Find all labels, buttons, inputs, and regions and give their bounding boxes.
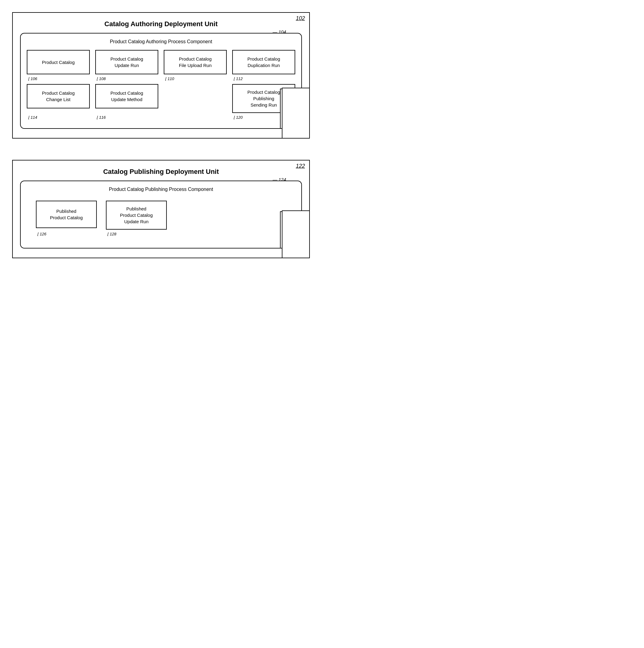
row2-item-1: Product CatalogUpdate Method ⌊ 116 [95,84,158,113]
product-catalog-change-list-box: Product CatalogChange List [27,84,90,108]
ref-114: ⌊ 114 [28,115,37,120]
row1-item-1: Product CatalogUpdate Run ⌊ 108 [95,50,158,74]
authoring-inner-box: Product Catalog Authoring Process Compon… [20,33,302,129]
product-catalog-update-run-box: Product CatalogUpdate Run [95,50,158,74]
authoring-outer-box: Catalog Authoring Deployment Unit 102 — … [12,12,310,139]
pub-item-1: PublishedProduct CatalogUpdate Run ⌊ 128 [106,201,167,230]
authoring-row2: Product CatalogChange List ⌊ 114 Product… [27,84,295,113]
publishing-outer-title: Catalog Publishing Deployment Unit [20,168,302,176]
ref-110: ⌊ 110 [165,76,174,81]
row2-item-2-empty [164,84,227,113]
ref-128: ⌊ 128 [107,232,116,236]
ref-112: ⌊ 112 [233,76,243,81]
authoring-row1: Product Catalog ⌊ 106 Product CatalogUpd… [27,50,295,74]
row1-item-2: Product CatalogFile Upload Run ⌊ 110 [164,50,227,74]
publishing-inner-title: Product Catalog Publishing Process Compo… [27,187,295,192]
ref-108: ⌊ 108 [97,76,106,81]
authoring-outer-title: Catalog Authoring Deployment Unit [20,20,302,28]
pub-outer-corner-clip [282,210,309,258]
publishing-outer-box: Catalog Publishing Deployment Unit 122 —… [12,160,310,258]
row2-item-0: Product CatalogChange List ⌊ 114 [27,84,90,113]
published-product-catalog-box: PublishedProduct Catalog [36,201,97,228]
ref-122: 122 [296,163,305,169]
outer-corner-clip [282,88,309,138]
ref-126: ⌊ 126 [37,232,46,236]
ref-102: 102 [296,15,305,21]
product-catalog-duplication-box: Product CatalogDuplication Run [232,50,295,74]
publishing-inner-box: Product Catalog Publishing Process Compo… [20,180,302,249]
product-catalog-update-method-box: Product CatalogUpdate Method [95,84,158,108]
product-catalog-box: Product Catalog [27,50,90,74]
pub-item-0: PublishedProduct Catalog ⌊ 126 [36,201,97,230]
ref-116: ⌊ 116 [97,115,106,120]
publishing-items-row: PublishedProduct Catalog ⌊ 126 Published… [27,198,295,236]
ref-106: ⌊ 106 [28,76,37,81]
ref-120: ⌊ 120 [233,115,243,120]
row1-item-0: Product Catalog ⌊ 106 [27,50,90,74]
published-product-catalog-update-run-box: PublishedProduct CatalogUpdate Run [106,201,167,230]
row1-item-3: Product CatalogDuplication Run ⌊ 112 [232,50,295,74]
authoring-inner-title: Product Catalog Authoring Process Compon… [27,39,295,45]
product-catalog-file-upload-box: Product CatalogFile Upload Run [164,50,227,74]
